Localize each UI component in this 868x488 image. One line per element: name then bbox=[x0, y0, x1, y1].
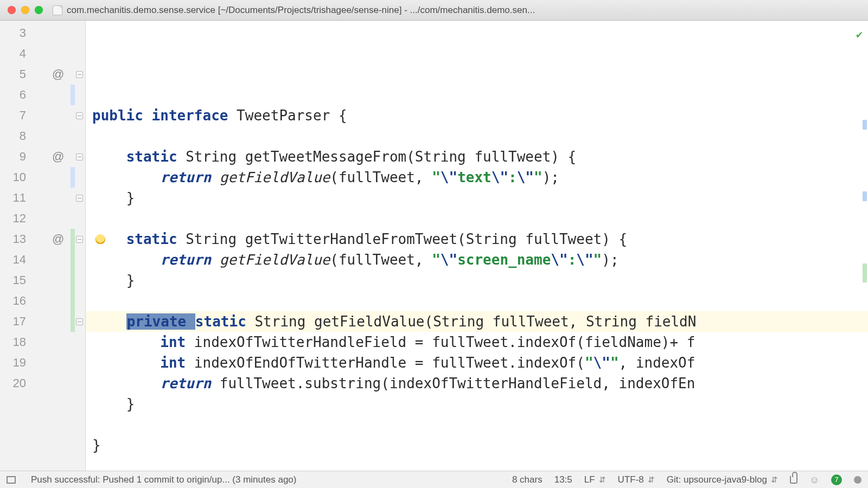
line-number: 7 bbox=[0, 108, 29, 123]
line-number: 4 bbox=[0, 47, 29, 61]
override-gutter-icon[interactable]: @ bbox=[52, 67, 64, 81]
selection-length: 8 chars bbox=[512, 474, 542, 485]
readonly-toggle[interactable] bbox=[790, 476, 797, 484]
window-title: com.mechanitis.demo.sense.service [~/Doc… bbox=[67, 5, 860, 16]
fold-toggle-icon[interactable] bbox=[76, 318, 83, 325]
gutter-row[interactable]: 9@ bbox=[0, 146, 85, 167]
vcs-change-marker[interactable] bbox=[71, 291, 75, 311]
gutter-row[interactable]: 16 bbox=[0, 291, 85, 311]
inspection-ok-icon[interactable]: ✔ bbox=[856, 24, 863, 44]
gutter-row[interactable]: 18 bbox=[0, 332, 85, 352]
code-line[interactable]: return fullTweet.substring(indexOfTwitte… bbox=[86, 373, 868, 394]
line-number: 12 bbox=[0, 211, 29, 226]
code-line[interactable]: static String getTwitterHandleFromTweet(… bbox=[86, 229, 868, 249]
gutter-row[interactable]: 12 bbox=[0, 208, 85, 229]
vcs-change-marker[interactable] bbox=[71, 167, 75, 188]
line-number: 17 bbox=[0, 314, 29, 329]
gutter-row[interactable]: 4 bbox=[0, 43, 85, 64]
gutter-row[interactable]: 7 bbox=[0, 105, 85, 126]
lock-icon bbox=[790, 476, 797, 484]
fold-toggle-icon[interactable] bbox=[76, 236, 83, 243]
line-number: 20 bbox=[0, 376, 29, 390]
fold-toggle-icon[interactable] bbox=[76, 112, 83, 119]
code-line[interactable]: } bbox=[86, 188, 868, 208]
gutter-row[interactable]: 14 bbox=[0, 249, 85, 270]
gutter-row[interactable]: 10 bbox=[0, 167, 85, 188]
gutter-row[interactable]: 8 bbox=[0, 126, 85, 146]
code-line[interactable]: public interface TweetParser { bbox=[86, 105, 868, 126]
fold-toggle-icon[interactable] bbox=[76, 195, 83, 202]
hector-icon[interactable] bbox=[809, 475, 819, 485]
line-number: 19 bbox=[0, 356, 29, 370]
code-line[interactable]: } bbox=[86, 435, 868, 455]
gutter-row[interactable]: 3 bbox=[0, 23, 85, 43]
line-number: 14 bbox=[0, 253, 29, 267]
line-number: 16 bbox=[0, 294, 29, 308]
code-line[interactable] bbox=[86, 208, 868, 229]
code-line[interactable] bbox=[86, 126, 868, 146]
vcs-change-marker[interactable] bbox=[71, 249, 75, 270]
code-line[interactable] bbox=[86, 291, 868, 311]
code-line[interactable]: int indexOfTwitterHandleField = fullTwee… bbox=[86, 332, 868, 352]
background-tasks-icon[interactable] bbox=[854, 476, 861, 484]
code-line[interactable]: } bbox=[86, 394, 868, 414]
zoom-window-button[interactable] bbox=[35, 6, 43, 14]
title-bar: com.mechanitis.demo.sense.service [~/Doc… bbox=[0, 0, 868, 21]
git-branch[interactable]: Git: upsource-java9-blog bbox=[667, 474, 778, 485]
code-line[interactable]: static String getTweetMessageFrom(String… bbox=[86, 146, 868, 167]
gutter-row[interactable]: 19 bbox=[0, 352, 85, 373]
minimize-window-button[interactable] bbox=[21, 6, 29, 14]
line-number: 8 bbox=[0, 129, 29, 143]
gutter-row[interactable]: 11 bbox=[0, 188, 85, 208]
gutter-row[interactable]: 6 bbox=[0, 85, 85, 105]
override-gutter-icon[interactable]: @ bbox=[52, 232, 64, 246]
line-number: 13 bbox=[0, 232, 29, 246]
gutter-row[interactable]: 17 bbox=[0, 311, 85, 332]
code-area[interactable]: ✔ public interface TweetParser { static … bbox=[86, 21, 868, 471]
vcs-change-marker[interactable] bbox=[71, 311, 75, 332]
window-controls bbox=[8, 6, 43, 14]
caret-position[interactable]: 13:5 bbox=[554, 474, 572, 485]
status-bar: Push successful: Pushed 1 commit to orig… bbox=[0, 471, 868, 488]
code-line[interactable] bbox=[86, 414, 868, 435]
line-number: 18 bbox=[0, 335, 29, 349]
close-window-button[interactable] bbox=[8, 6, 16, 14]
line-number: 11 bbox=[0, 191, 29, 205]
editor[interactable]: 345@6789@10111213@14151617181920 ✔ publi… bbox=[0, 21, 868, 471]
toolwindow-toggle-icon[interactable] bbox=[7, 476, 16, 484]
line-number: 9 bbox=[0, 150, 29, 164]
code-line[interactable]: return getFieldValue(fullTweet, "\"text\… bbox=[86, 167, 868, 188]
override-gutter-icon[interactable]: @ bbox=[52, 150, 64, 164]
gutter-row[interactable]: 13@ bbox=[0, 229, 85, 249]
gutter-row[interactable]: 15 bbox=[0, 270, 85, 291]
fold-toggle-icon[interactable] bbox=[76, 71, 83, 78]
line-number: 5 bbox=[0, 67, 29, 81]
code-line[interactable]: return getFieldValue(fullTweet, "\"scree… bbox=[86, 249, 868, 270]
status-message: Push successful: Pushed 1 commit to orig… bbox=[31, 474, 296, 485]
vcs-change-marker[interactable] bbox=[71, 229, 75, 249]
line-number: 3 bbox=[0, 26, 29, 40]
vcs-change-marker[interactable] bbox=[71, 85, 75, 105]
line-number: 10 bbox=[0, 170, 29, 184]
code-line[interactable] bbox=[86, 455, 868, 471]
notifications-badge[interactable]: 7 bbox=[831, 474, 842, 485]
editor-gutter[interactable]: 345@6789@10111213@14151617181920 bbox=[0, 21, 86, 471]
code-line[interactable]: } bbox=[86, 270, 868, 291]
code-line[interactable]: int indexOfEndOfTwitterHandle = fullTwee… bbox=[86, 352, 868, 373]
line-number: 6 bbox=[0, 88, 29, 102]
file-encoding[interactable]: UTF-8 bbox=[618, 474, 655, 485]
line-separator[interactable]: LF bbox=[584, 474, 606, 485]
gutter-row[interactable]: 20 bbox=[0, 373, 85, 394]
code-line[interactable]: private static String getFieldValue(Stri… bbox=[86, 311, 868, 332]
gutter-row[interactable]: 5@ bbox=[0, 64, 85, 85]
file-icon bbox=[53, 5, 62, 15]
vcs-change-marker[interactable] bbox=[71, 270, 75, 291]
line-number: 15 bbox=[0, 273, 29, 287]
fold-toggle-icon[interactable] bbox=[76, 153, 83, 160]
